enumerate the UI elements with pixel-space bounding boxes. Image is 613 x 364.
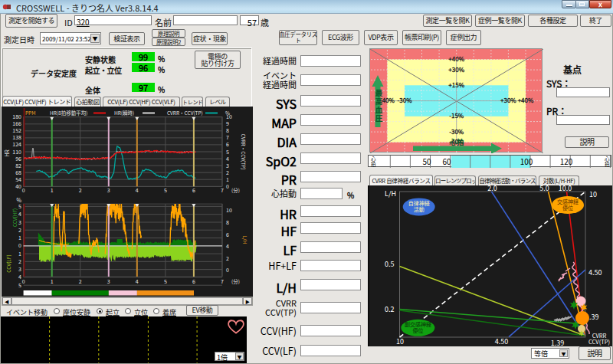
svg-text:100: 100 — [520, 156, 533, 167]
svg-text:優位: 優位 — [412, 326, 423, 334]
svg-text:3: 3 — [18, 218, 21, 226]
svg-text:+30%: +30% — [448, 65, 464, 74]
svg-text:HR(8拍移動平均): HR(8拍移動平均) — [50, 109, 87, 116]
svg-text:3: 3 — [107, 277, 110, 285]
svg-text:1: 1 — [18, 234, 21, 241]
svg-text:4: 4 — [226, 242, 229, 250]
svg-text:0: 0 — [22, 186, 25, 194]
svg-text:+40%: +40% — [448, 54, 464, 63]
svg-text:HR(瞬時): HR(瞬時) — [114, 109, 134, 116]
svg-text:6: 6 — [192, 277, 195, 285]
svg-text:5.0: 5.0 — [539, 185, 549, 193]
svg-text:+15%: +15% — [448, 80, 464, 89]
svg-text:CCV(HF): CCV(HF) — [11, 208, 18, 228]
svg-text:120: 120 — [560, 156, 573, 167]
svg-text:CCV(TP): CCV(TP) — [588, 337, 610, 346]
svg-text:2.0: 2.0 — [487, 185, 497, 193]
svg-text:CVRR・CCV(TP): CVRR・CCV(TP) — [240, 134, 247, 170]
svg-text:10: 10 — [396, 336, 404, 346]
svg-text:4: 4 — [18, 273, 21, 280]
svg-text:0: 0 — [22, 277, 25, 285]
svg-text:PPM: PPM — [25, 109, 36, 116]
svg-text:1: 1 — [51, 277, 54, 285]
svg-text:5: 5 — [18, 281, 21, 289]
svg-text:2: 2 — [79, 277, 82, 285]
svg-text:-30%: -30% — [397, 96, 412, 104]
svg-text:4.50: 4.50 — [495, 336, 509, 346]
svg-text:10: 10 — [226, 206, 232, 214]
svg-text:-15%: -15% — [449, 111, 464, 120]
svg-text:拍: 拍 — [371, 160, 376, 168]
svg-text:40: 40 — [15, 182, 21, 190]
svg-text:0: 0 — [226, 182, 229, 190]
svg-text:+40%: +40% — [518, 96, 534, 104]
svg-text:1: 1 — [51, 186, 54, 194]
svg-text:0.2: 0.2 — [385, 304, 395, 314]
svg-text:5: 5 — [164, 186, 167, 194]
svg-text:4: 4 — [136, 186, 139, 194]
svg-text:L/H: L/H — [241, 236, 249, 244]
svg-text:6: 6 — [192, 186, 195, 194]
svg-text:心拍: 心拍 — [448, 136, 464, 147]
svg-text:HR: HR — [3, 149, 11, 157]
svg-text:5: 5 — [18, 202, 21, 210]
svg-text:7: 7 — [221, 277, 224, 285]
svg-text:優位: 優位 — [562, 204, 573, 212]
svg-text:CCV(LF): CCV(LF) — [5, 254, 12, 272]
svg-text:+30%: +30% — [500, 96, 516, 104]
svg-text:活動: 活動 — [414, 205, 425, 213]
svg-text:(分): (分) — [231, 186, 240, 194]
svg-text:4: 4 — [18, 210, 21, 218]
svg-text:1.39: 1.39 — [551, 338, 565, 346]
svg-text:6: 6 — [226, 231, 229, 238]
svg-text:3: 3 — [107, 186, 110, 194]
svg-text:CVRR・CCV(TP): CVRR・CCV(TP) — [167, 109, 203, 116]
svg-text:50: 50 — [422, 156, 431, 167]
svg-text:4.50: 4.50 — [588, 267, 602, 277]
svg-text:1: 1 — [18, 250, 21, 257]
svg-text:(分): (分) — [231, 277, 240, 285]
svg-text:5: 5 — [164, 277, 167, 285]
svg-text:2: 2 — [226, 254, 229, 262]
svg-text:2: 2 — [79, 186, 82, 194]
svg-text:0: 0 — [226, 266, 229, 274]
svg-text:4: 4 — [136, 277, 139, 285]
svg-text:0: 0 — [18, 241, 21, 249]
svg-text:10: 10 — [589, 189, 597, 199]
svg-text:圧: 圧 — [375, 113, 383, 123]
svg-text:-30%: -30% — [449, 127, 464, 136]
svg-text:0.5: 0.5 — [385, 259, 395, 269]
svg-text:10.0: 10.0 — [559, 185, 572, 193]
svg-text:7: 7 — [221, 186, 224, 194]
svg-text:8: 8 — [226, 218, 229, 226]
svg-text:2: 2 — [18, 257, 21, 265]
svg-text:拍: 拍 — [605, 160, 610, 168]
svg-text:2: 2 — [18, 226, 21, 234]
svg-text:60: 60 — [442, 156, 451, 167]
svg-text:3: 3 — [18, 265, 21, 273]
svg-text:L/H: L/H — [385, 189, 396, 198]
